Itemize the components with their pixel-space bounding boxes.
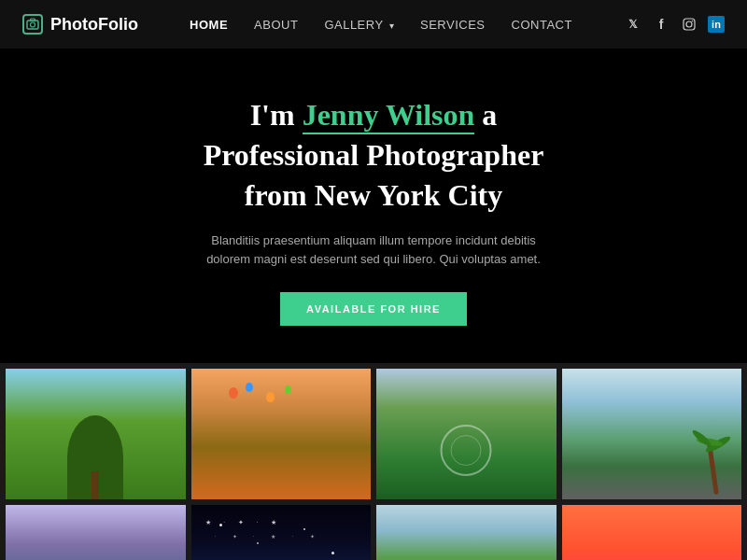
social-links: 𝕏 f in (624, 15, 725, 34)
svg-point-1 (31, 22, 35, 27)
stars2: · ✦ · ★ · ✦ (215, 533, 322, 539)
svg-point-5 (692, 21, 694, 22)
gallery-item-4[interactable] (562, 369, 742, 499)
balloon-4 (285, 385, 291, 394)
svg-point-4 (686, 21, 692, 27)
facebook-icon[interactable]: f (652, 15, 670, 34)
nav-link-about[interactable]: ABOUT (254, 18, 298, 32)
hero-section: I'm Jenny Wilson aProfessional Photograp… (0, 49, 747, 363)
gallery-item-7[interactable] (376, 505, 557, 560)
gallery-grid: ★ · ✦ · ★ · ✦ · ★ · ✦ (0, 363, 747, 560)
twitter-icon[interactable]: 𝕏 (624, 15, 642, 34)
nav-item-gallery[interactable]: GALLERY ▾ (324, 18, 394, 32)
nav-link-contact[interactable]: CONTACT (512, 18, 572, 32)
available-for-hire-button[interactable]: AVAILABLE FOR HIRE (280, 292, 467, 326)
gallery-item-3[interactable] (376, 369, 557, 499)
hero-subtitle: Blanditiis praesentium aliquam illum tem… (205, 231, 542, 271)
logo-icon (22, 14, 43, 35)
stars: ★ · ✦ · ★ (205, 519, 283, 526)
gallery-item-8[interactable] (562, 505, 742, 560)
gallery-item-5[interactable] (6, 505, 186, 560)
star-dot-1 (219, 524, 222, 526)
circle-pattern-inner (451, 435, 482, 466)
gallery-item-1[interactable] (6, 369, 186, 499)
gallery-item-2[interactable] (191, 369, 372, 499)
star-dot-4 (331, 552, 334, 554)
hero-heading: I'm Jenny Wilson aProfessional Photograp… (140, 95, 607, 217)
nav-link-gallery[interactable]: GALLERY ▾ (324, 18, 394, 32)
logo-text: PhotoFolio (50, 15, 138, 35)
linkedin-icon[interactable]: in (708, 16, 725, 33)
balloon-1 (229, 387, 238, 399)
svg-rect-0 (27, 21, 38, 29)
hero-heading-prefix: I'm (250, 98, 303, 132)
instagram-icon[interactable] (680, 15, 698, 34)
gallery-item-6[interactable]: ★ · ✦ · ★ · ✦ · ★ · ✦ (191, 505, 372, 560)
chevron-down-icon: ▾ (389, 21, 395, 31)
svg-rect-3 (684, 19, 695, 30)
star-dot-3 (303, 528, 305, 530)
balloon-3 (266, 392, 275, 402)
navbar: PhotoFolio HOME ABOUT GALLERY ▾ SERVICES… (0, 0, 747, 49)
star-dot-2 (257, 542, 259, 544)
nav-item-home[interactable]: HOME (190, 18, 228, 32)
hero-name: Jenny Wilson (303, 98, 475, 134)
nav-menu: HOME ABOUT GALLERY ▾ SERVICES CONTACT (190, 18, 572, 32)
nav-link-services[interactable]: SERVICES (420, 18, 486, 32)
balloon-2 (246, 383, 253, 392)
nav-item-about[interactable]: ABOUT (254, 18, 298, 32)
nav-link-home[interactable]: HOME (190, 18, 228, 32)
nav-item-contact[interactable]: CONTACT (512, 18, 572, 32)
logo[interactable]: PhotoFolio (22, 14, 138, 35)
nav-item-services[interactable]: SERVICES (420, 18, 486, 32)
